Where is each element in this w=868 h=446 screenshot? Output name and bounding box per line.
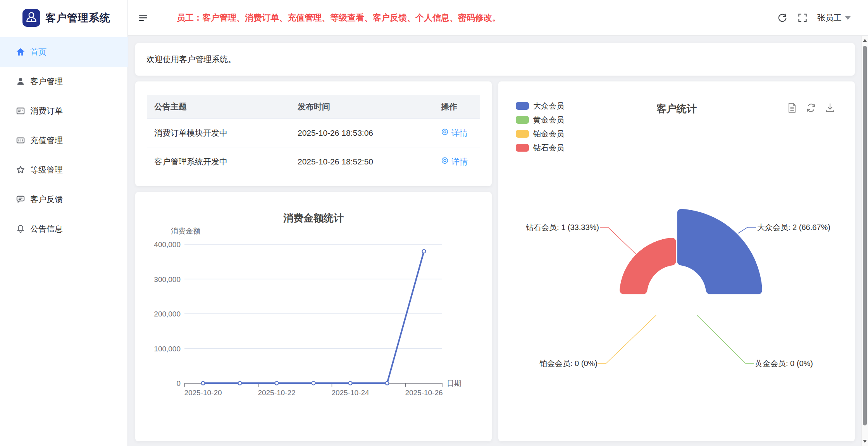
welcome-text: 欢迎使用客户管理系统。: [146, 43, 236, 76]
order-icon: [16, 106, 26, 116]
sidebar-item-orders[interactable]: 消费订单: [0, 96, 128, 126]
scroll-up-arrow-icon[interactable]: [863, 39, 867, 42]
sidebar-item-label: 消费订单: [30, 105, 63, 116]
pie-label-line: [738, 227, 756, 233]
data-point-marker[interactable]: [275, 382, 279, 385]
x-tick-label: 2025-10-24: [331, 389, 369, 397]
scrollbar-thumb[interactable]: [863, 46, 867, 425]
pie-slice-label: 黄金会员: 0 (0%): [755, 359, 813, 368]
column-header-time: 发布时间: [298, 101, 441, 112]
line-series[interactable]: [203, 251, 424, 383]
user-dropdown-caret: [845, 16, 851, 20]
data-point-marker[interactable]: [349, 382, 352, 385]
sidebar: 客户管理系统 首页 客户管理 消费订单: [0, 0, 128, 446]
user-name: 张员工: [817, 12, 842, 23]
detail-link-label: 详情: [451, 128, 468, 138]
sidebar-item-label: 客户管理: [30, 76, 63, 87]
data-point-marker[interactable]: [238, 382, 242, 385]
scroll-down-arrow-icon[interactable]: [863, 440, 867, 443]
column-header-subject: 公告主题: [154, 101, 298, 112]
star-icon: [16, 165, 26, 175]
main-content: 欢迎使用客户管理系统。 公告主题 发布时间 操作 消费订单模块开发中 2025-…: [128, 36, 861, 446]
welcome-card: 欢迎使用客户管理系统。: [135, 43, 855, 76]
detail-link[interactable]: 详情: [441, 156, 468, 167]
x-tick-label: 2025-10-22: [258, 389, 295, 397]
fullscreen-icon[interactable]: [797, 12, 808, 23]
pie-label-line: [600, 227, 636, 254]
pie-label-line: [697, 315, 754, 363]
app-title: 客户管理系统: [45, 11, 110, 25]
refresh-icon[interactable]: [777, 12, 788, 23]
sidebar-item-label: 客户反馈: [30, 194, 63, 205]
sidebar-item-label: 公告信息: [30, 223, 63, 234]
data-point-marker[interactable]: [202, 382, 205, 385]
x-tick-label: 2025-10-20: [184, 389, 222, 397]
sidebar-item-announcements[interactable]: 公告信息: [0, 214, 128, 244]
announcement-time: 2025-10-26 18:52:50: [298, 157, 441, 166]
y-tick-label: 100,000: [154, 345, 181, 353]
x-axis-name: 日期: [447, 379, 462, 387]
announcement-table: 公告主题 发布时间 操作 消费订单模块开发中 2025-10-26 18:53:…: [147, 95, 480, 176]
sidebar-item-feedback[interactable]: 客户反馈: [0, 185, 128, 214]
topbar-actions: 张员工: [777, 0, 851, 36]
feedback-icon: [16, 194, 26, 204]
announcement-time: 2025-10-26 18:53:06: [298, 128, 441, 138]
y-tick-label: 200,000: [154, 310, 181, 318]
consumption-line-chart[interactable]: 0100,000200,000300,000400,000消费金额2025-10…: [135, 192, 492, 441]
data-point-marker[interactable]: [386, 382, 389, 385]
pie-slice-label: 钻石会员: 1 (33.33%): [525, 223, 599, 232]
home-icon: [16, 47, 26, 57]
sidebar-item-label: 充值管理: [30, 135, 63, 146]
sidebar-item-levels[interactable]: 等级管理: [0, 155, 128, 185]
role-permissions-notice: 员工：客户管理、消费订单、充值管理、等级查看、客户反馈、个人信息、密码修改。: [177, 0, 501, 36]
data-point-marker[interactable]: [422, 249, 426, 253]
y-tick-label: 300,000: [154, 275, 181, 284]
y-tick-label: 0: [176, 379, 181, 387]
column-header-action: 操作: [441, 101, 476, 112]
user-menu[interactable]: 张员工: [817, 12, 851, 23]
sidebar-item-label: 首页: [30, 47, 46, 57]
app-logo: [22, 9, 40, 27]
data-point-marker[interactable]: [312, 382, 315, 385]
announcement-card: 公告主题 发布时间 操作 消费订单模块开发中 2025-10-26 18:53:…: [135, 81, 492, 186]
customer-management-app: 客户管理系统 首页 客户管理 消费订单: [0, 0, 868, 446]
collapse-menu-icon[interactable]: [138, 13, 149, 23]
announcement-title: 客户管理系统开发中: [154, 156, 298, 167]
recharge-card-icon: [16, 135, 26, 145]
sidebar-item-recharge[interactable]: 充值管理: [0, 126, 128, 155]
pie-slice-label: 大众会员: 2 (66.67%): [757, 223, 830, 232]
view-icon: [441, 157, 449, 166]
table-row: 客户管理系统开发中 2025-10-26 18:52:50 详情: [147, 147, 480, 176]
x-tick-label: 2025-10-26: [405, 389, 443, 397]
pie-label-line: [598, 315, 656, 363]
pie-slice-label: 铂金会员: 0 (0%): [539, 359, 598, 368]
customer-stats-card: 客户统计 大众会员 黄金会员 铂金会员 钻石会员: [498, 81, 855, 441]
app-logo-row: 客户管理系统: [0, 0, 128, 36]
table-row: 消费订单模块开发中 2025-10-26 18:53:06 详情: [147, 119, 480, 147]
y-tick-label: 400,000: [154, 240, 181, 249]
bell-icon: [16, 224, 26, 234]
sidebar-item-home[interactable]: 首页: [0, 37, 128, 67]
table-header-row: 公告主题 发布时间 操作: [147, 95, 480, 119]
view-icon: [441, 128, 449, 138]
announcement-title: 消费订单模块开发中: [154, 128, 298, 138]
customer-stats-pie-chart[interactable]: 大众会员: 2 (66.67%)黄金会员: 0 (0%)铂金会员: 0 (0%)…: [498, 81, 855, 441]
detail-link[interactable]: 详情: [441, 128, 468, 138]
detail-link-label: 详情: [451, 156, 468, 167]
vertical-scrollbar[interactable]: [861, 36, 868, 446]
sidebar-item-label: 等级管理: [30, 164, 63, 175]
sidebar-item-customers[interactable]: 客户管理: [0, 67, 128, 96]
pie-slice-1[interactable]: [677, 208, 763, 295]
consumption-line-chart-card: 消费金额统计 0100,000200,000300,000400,000消费金额…: [135, 192, 492, 441]
user-icon: [16, 76, 26, 86]
y-axis-name: 消费金额: [171, 227, 200, 235]
user-badge-icon: [22, 8, 40, 28]
top-header: 员工：客户管理、消费订单、充值管理、等级查看、客户反馈、个人信息、密码修改。 张…: [128, 0, 868, 36]
